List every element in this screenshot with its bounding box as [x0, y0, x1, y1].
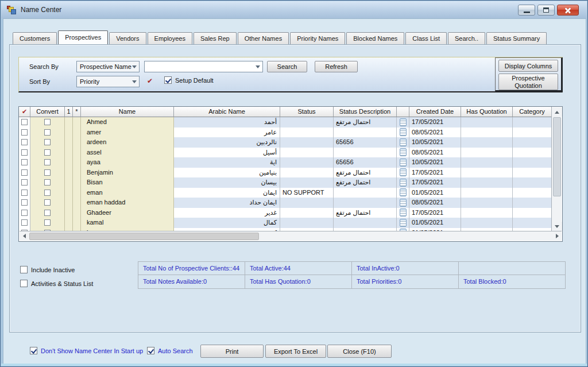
cell-category [513, 148, 552, 158]
horizontal-scroll-thumb[interactable] [29, 233, 259, 240]
row-select-checkbox[interactable] [21, 119, 28, 125]
column-header-arabic-name[interactable]: Arabic Name [174, 107, 280, 117]
notes-icon[interactable] [400, 128, 407, 136]
row-select-checkbox[interactable] [21, 129, 28, 136]
notes-icon[interactable] [400, 118, 407, 126]
convert-checkbox[interactable] [44, 149, 51, 156]
activities-status-checkbox[interactable] [20, 280, 28, 287]
notes-icon[interactable] [400, 219, 407, 227]
column-header-one[interactable]: 1 [65, 107, 73, 117]
tab-priority-names[interactable]: Priority Names [290, 32, 345, 44]
notes-icon[interactable] [400, 208, 407, 217]
column-header-name[interactable]: Name [81, 107, 174, 117]
convert-checkbox[interactable] [44, 119, 51, 125]
include-inactive-checkbox[interactable] [20, 266, 28, 273]
row-select-checkbox[interactable] [21, 149, 28, 156]
convert-checkbox[interactable] [44, 179, 51, 186]
scroll-left-button[interactable] [20, 231, 29, 241]
vertical-scroll-thumb[interactable] [553, 117, 561, 196]
dont-show-checkbox[interactable] [30, 347, 37, 354]
table-row[interactable]: ayaaاية6565610/05/2021 [19, 157, 552, 168]
notes-icon[interactable] [400, 159, 407, 167]
row-select-checkbox[interactable] [21, 210, 28, 216]
prospective-quotation-button[interactable]: Prospective Quotation [498, 74, 558, 90]
column-header-has-quotation[interactable]: Has Quotation [461, 107, 513, 117]
search-by-dropdown[interactable]: Prospective Name [76, 61, 140, 72]
table-row[interactable]: Ahmedأحمداحتمال مرتفع17/05/2021 [19, 117, 552, 128]
total-total-inactive: Total InActive:0 [352, 261, 459, 275]
convert-checkbox[interactable] [44, 210, 51, 216]
table-row[interactable]: eman haddadايمان حداد08/05/2021 [19, 198, 552, 208]
setup-default-checkbox[interactable] [164, 76, 172, 84]
row-select-checkbox[interactable] [21, 169, 28, 176]
table-row[interactable]: asselأسيل08/05/2021 [19, 148, 552, 158]
cell-status-description: احتمال مرتفع [334, 208, 397, 218]
convert-checkbox[interactable] [44, 190, 51, 196]
row-select-checkbox[interactable] [21, 179, 28, 186]
table-row[interactable]: amerعامر08/05/2021 [19, 128, 552, 138]
notes-icon[interactable] [400, 138, 407, 146]
tab-search[interactable]: Search.. [448, 32, 485, 44]
notes-icon[interactable] [400, 179, 407, 187]
convert-checkbox[interactable] [44, 159, 51, 165]
table-row[interactable]: kamalكمال01/05/2021 [19, 218, 552, 228]
print-button[interactable]: Print [200, 345, 264, 358]
column-header-check[interactable]: ✔ [19, 107, 30, 117]
tab-employees[interactable]: Employees [148, 32, 192, 44]
search-input[interactable] [144, 61, 263, 72]
table-row[interactable]: Benjaminبنياميناحتمال مرتفع17/05/2021 [19, 168, 552, 178]
convert-checkbox[interactable] [44, 199, 51, 206]
minimize-button[interactable] [518, 5, 535, 16]
auto-search-checkbox[interactable] [147, 347, 154, 354]
notes-icon[interactable] [400, 148, 407, 156]
export-to-excel-button[interactable]: Export To Excel [265, 345, 326, 358]
convert-checkbox[interactable] [44, 219, 51, 226]
maximize-button[interactable] [537, 5, 555, 16]
close-window-button[interactable] [557, 5, 579, 16]
column-header-category[interactable]: Category [513, 107, 552, 117]
tab-sales-rep[interactable]: Sales Rep [194, 32, 237, 44]
scroll-up-button[interactable] [552, 107, 562, 117]
cell-note [397, 198, 409, 208]
convert-checkbox[interactable] [44, 129, 51, 136]
refresh-button[interactable]: Refresh [315, 61, 358, 72]
scroll-right-button[interactable] [552, 231, 562, 241]
notes-icon[interactable] [400, 188, 407, 196]
convert-checkbox[interactable] [44, 169, 51, 176]
column-header-created-date[interactable]: Created Date [409, 107, 461, 117]
table-row[interactable]: Ghadeerغديراحتمال مرتفع17/05/2021 [19, 208, 552, 218]
tab-other-names[interactable]: Other Names [238, 32, 289, 44]
tab-status-summary[interactable]: Status Summary [486, 32, 547, 44]
column-header-status[interactable]: Status [280, 107, 334, 117]
notes-icon[interactable] [400, 199, 407, 207]
row-select-checkbox[interactable] [21, 219, 28, 226]
column-header-star[interactable]: * [73, 107, 81, 117]
search-button[interactable]: Search [267, 61, 307, 72]
convert-checkbox[interactable] [44, 139, 51, 145]
row-select-checkbox[interactable] [21, 159, 28, 165]
close-f10-button[interactable]: Close (F10) [327, 345, 392, 358]
tab-vendors[interactable]: Vendors [109, 32, 146, 44]
display-columns-button[interactable]: Display Columns [498, 60, 558, 72]
tab-blocked-names[interactable]: Blocked Names [346, 32, 404, 44]
cell-status [280, 177, 334, 188]
table-row[interactable]: ardeenنالردبين6565610/05/2021 [19, 137, 552, 148]
cell-name: ayaa [81, 157, 174, 168]
row-select-checkbox[interactable] [21, 190, 28, 196]
scroll-down-button[interactable] [552, 222, 562, 231]
column-header-note[interactable] [397, 107, 409, 117]
vertical-scrollbar[interactable] [551, 107, 562, 231]
table-row[interactable]: emanايمانNO SUPPORT01/05/2021 [19, 188, 552, 198]
total-total-blocked: Total Blocked:0 [459, 275, 566, 289]
row-select-checkbox[interactable] [21, 139, 28, 145]
column-header-status-description[interactable]: Status Description [334, 107, 397, 117]
notes-icon[interactable] [400, 168, 407, 176]
row-select-checkbox[interactable] [21, 199, 28, 206]
table-row[interactable]: Bisanبيساناحتمال مرتفع17/05/2021 [19, 177, 552, 188]
tab-prospectives[interactable]: Prospectives [58, 30, 108, 44]
sort-by-dropdown[interactable]: Priority [76, 76, 140, 87]
horizontal-scrollbar[interactable] [20, 231, 562, 241]
tab-customers[interactable]: Customers [13, 32, 57, 44]
tab-class-list[interactable]: Class List [405, 32, 447, 44]
column-header-convert[interactable]: Convert [30, 107, 65, 117]
